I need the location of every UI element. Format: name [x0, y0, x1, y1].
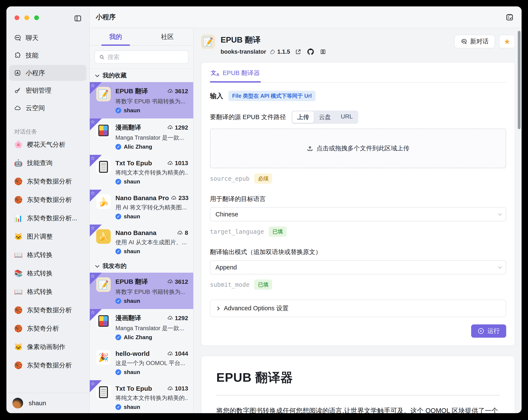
list-item-hello-world[interactable]: 🎉 hello-world 1044 这是一个为 OOMOL 平台... ✓sh… — [90, 345, 193, 380]
task-item[interactable]: 🌸樱花天气分析 — [9, 138, 86, 151]
advanced-options-expander[interactable]: Advanced Options 设置 — [210, 300, 506, 317]
user-name: shaun — [29, 399, 46, 407]
sidebar-item-keys[interactable]: 密钥管理 — [9, 83, 86, 98]
task-item[interactable]: 📖格式转换 — [9, 285, 86, 298]
search-icon — [99, 54, 105, 60]
task-label: 格式转换 — [27, 269, 53, 278]
list-item-nano-banana[interactable]: ☆ 🍌 Nano Banana 8 使用 AI 从文本生成图片、... ✓sha… — [90, 224, 193, 259]
app-desc: 将数字 EPUB 书籍转换为... — [115, 288, 188, 296]
sidebar-item-cloud[interactable]: 云空间 — [9, 100, 86, 116]
search-row — [90, 46, 193, 69]
sidebar-item-miniapps[interactable]: 小程序 — [9, 65, 86, 81]
field-target-language: target_language — [210, 228, 264, 235]
app-name: Nano Banana — [115, 229, 156, 236]
calendar-check-icon[interactable] — [505, 12, 514, 22]
sidebar-item-label: 密钥管理 — [26, 86, 51, 95]
task-item[interactable]: 🐱像素动画制作 — [9, 340, 86, 354]
tasks-heading: 对话任务 — [14, 128, 89, 136]
task-item[interactable]: 🐱图片调整 — [9, 230, 86, 243]
task-item[interactable]: 🤖技能查询 — [9, 156, 86, 170]
sidebar-toggle-icon[interactable] — [73, 14, 82, 23]
app-desc: 将数字 EPUB 书籍转换为... — [115, 98, 188, 105]
list-item-manga-translate[interactable]: ☆ 漫画翻译 1292 Manga Translator 是一款... ✓Ali… — [90, 309, 193, 345]
play-circle-icon — [478, 328, 484, 334]
task-item[interactable]: 🏀东契奇数据分析 — [9, 358, 86, 372]
miniapps-list: 我的收藏 ☆ 📝 EPUB 翻译 3612 将数字 EPUB 书籍转换为... … — [90, 69, 193, 413]
search-input[interactable] — [108, 54, 184, 61]
app-author: shaun — [124, 248, 140, 255]
segment-url[interactable]: URL — [336, 111, 357, 123]
run-button[interactable]: 运行 — [471, 324, 506, 338]
key-icon — [14, 87, 21, 94]
task-item[interactable]: 🏀东契奇数据分析 — [9, 193, 86, 207]
new-chat-button[interactable]: 新对话 — [454, 35, 495, 48]
download-count-icon — [167, 279, 173, 285]
download-count: 3612 — [175, 278, 188, 285]
external-link-icon[interactable] — [294, 48, 302, 56]
download-count-icon — [167, 351, 173, 357]
download-count: 1292 — [175, 315, 188, 322]
task-label: 东契奇分析 — [27, 324, 59, 333]
download-count: 233 — [179, 195, 189, 201]
github-icon[interactable] — [306, 48, 315, 56]
list-item-epub-translate[interactable]: ☆ 📝 EPUB 翻译 3612 将数字 EPUB 书籍转换为... ✓shau… — [90, 273, 193, 309]
tab-epub-translator[interactable]: 文A EPUB 翻译器 — [210, 62, 261, 82]
app-author: shaun — [124, 107, 140, 114]
target-language-label: 用于翻译的目标语言 — [210, 195, 506, 203]
user-profile[interactable]: shaun — [6, 393, 89, 413]
task-item[interactable]: 📊东契奇数据分析... — [9, 211, 86, 225]
minimize-button[interactable] — [24, 15, 29, 20]
filled-badge: 已填 — [269, 226, 287, 237]
download-count-icon — [167, 315, 173, 321]
list-item-manga-translate[interactable]: ☆ 漫画翻译 1292 Manga Translator 是一款... ✓Ali… — [90, 118, 193, 155]
task-item[interactable]: 🏀东契奇分析 — [9, 322, 86, 335]
segment-upload[interactable]: 上传 — [292, 111, 314, 123]
tag-icon — [270, 49, 276, 55]
task-item[interactable]: 📚格式转换 — [9, 266, 86, 280]
task-item[interactable]: 🏀东契奇数据分析 — [9, 303, 86, 317]
task-label: 东契奇数据分析 — [27, 306, 72, 315]
submit-mode-label: 翻译输出模式（追加双语块或替换原文） — [210, 248, 506, 256]
section-favorites[interactable]: 我的收藏 — [90, 69, 193, 82]
sidebar-item-chat[interactable]: 聊天 — [9, 30, 86, 46]
zoom-button[interactable] — [34, 15, 39, 20]
tab-mine[interactable]: 我的 — [90, 28, 142, 45]
task-emoji: 🤖 — [14, 159, 23, 167]
task-item[interactable]: 📖格式转换 — [9, 248, 86, 262]
section-published[interactable]: 我发布的 — [90, 259, 193, 273]
app-name: Txt To Epub — [115, 160, 152, 167]
list-item-nano-banana-pro[interactable]: ☆ 🍌 Nano Banana Pro 233 用 AI 将文字转化为精美图..… — [90, 190, 193, 224]
panel-tabs: 我的 社区 — [90, 28, 193, 46]
list-item-txt-to-epub[interactable]: ☆ Txt To Epub 1013 将纯文本文件转换为精美的... ✓shau… — [90, 380, 193, 413]
filled-badge: 已填 — [254, 280, 272, 290]
sidebar-item-skills[interactable]: 技能 — [9, 48, 86, 63]
task-emoji: 🏀 — [14, 306, 23, 314]
app-name: 漫画翻译 — [115, 314, 141, 322]
list-item-epub-translate[interactable]: ☆ 📝 EPUB 翻译 3612 将数字 EPUB 书籍转换为... ✓shau… — [90, 82, 193, 118]
list-item-txt-to-epub[interactable]: ☆ Txt To Epub 1013 将纯文本文件转换为精美的... ✓shau… — [90, 155, 193, 190]
download-count: 1292 — [175, 124, 188, 131]
upload-icon — [307, 145, 313, 152]
scrollbar[interactable] — [518, 31, 520, 129]
file-dropzone[interactable]: 点击或拖拽多个文件到此区域上传 — [210, 128, 506, 168]
task-emoji: 📚 — [14, 269, 23, 277]
page-title: 小程序 — [96, 12, 116, 22]
segment-cloud-disk[interactable]: 云盘 — [314, 111, 336, 123]
task-item[interactable]: 🏀东契奇数据分析 — [9, 174, 86, 188]
favorite-star-button[interactable]: ★ — [499, 35, 515, 48]
verified-badge-icon: ✓ — [115, 298, 121, 304]
target-language-value: Chinese — [216, 211, 238, 218]
header-bar: 小程序 — [90, 6, 522, 28]
task-emoji: 🐱 — [14, 233, 23, 241]
target-language-select[interactable]: Chinese — [210, 207, 506, 221]
app-icon-banana-pro: 🍌 — [96, 194, 111, 209]
docs-book-icon[interactable] — [319, 48, 327, 56]
app-author: Alic Zhang — [124, 334, 152, 341]
submit-mode-select[interactable]: Append — [210, 260, 506, 274]
avatar — [12, 398, 23, 408]
close-button[interactable] — [14, 15, 19, 20]
app-icon-epub: 📝 — [201, 35, 215, 49]
tab-community[interactable]: 社区 — [142, 28, 193, 45]
translate-icon: 文A — [211, 69, 219, 77]
chat-bubble-icon — [461, 38, 467, 45]
